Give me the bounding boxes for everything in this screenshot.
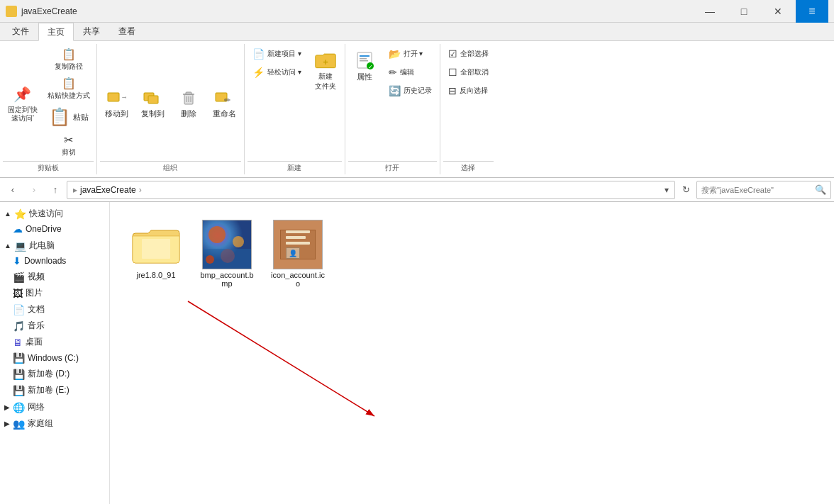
sidebar-item-network[interactable]: ▶ 🌐 网络 <box>0 398 109 415</box>
network-label: 网络 <box>28 401 45 413</box>
tab-file[interactable]: 文件 <box>3 23 38 40</box>
open-label: 打开 <box>348 161 437 173</box>
svg-rect-14 <box>360 55 369 57</box>
forward-button[interactable]: › <box>24 181 44 199</box>
paste-button[interactable]: 📋 粘贴 <box>44 103 94 130</box>
delete-label: 删除 <box>181 108 196 119</box>
sidebar-item-music[interactable]: 🎵 音乐 <box>0 318 109 334</box>
ribbon: 📌 固定到'快速访问' 📋 复制路径 📋 粘贴快捷方式 📋 粘贴 ✂ <box>0 41 834 178</box>
edit-button[interactable]: ✏ 编辑 <box>384 64 437 81</box>
up-button[interactable]: ↑ <box>45 181 65 199</box>
window-icon <box>6 6 17 17</box>
onedrive-button[interactable]: ≡ <box>796 0 828 23</box>
refresh-button[interactable]: ↻ <box>677 181 695 199</box>
deselectall-icon: ☐ <box>448 67 457 78</box>
drivec-label: Windows (C:) <box>28 353 79 363</box>
cut-label: 剪切 <box>62 147 76 157</box>
copyto-button[interactable]: 复制到 <box>136 82 169 123</box>
easyaccess-button[interactable]: ⚡ 轻松访问 ▾ <box>248 64 306 81</box>
thispc-icon: 💻 <box>14 240 26 252</box>
ico-line-1 <box>286 230 310 233</box>
path-segment: javaExeCreate <box>80 185 136 195</box>
svg-rect-16 <box>360 60 368 62</box>
minimize-button[interactable]: — <box>694 0 726 23</box>
svg-point-22 <box>233 236 244 247</box>
sidebar-item-drivee[interactable]: 💾 新加卷 (E:) <box>0 382 109 398</box>
thispc-expand: ▲ <box>4 242 11 250</box>
jre-label: jre1.8.0_91 <box>136 271 175 279</box>
clipboard-col: 📋 复制路径 📋 粘贴快捷方式 📋 粘贴 ✂ 剪切 <box>44 45 94 159</box>
ico-inner: 👤 <box>280 230 316 259</box>
address-dropdown[interactable]: ▾ <box>665 185 669 195</box>
ribbon-group-organize: → 移动到 复制到 删除 ✏ 重命名 <box>97 44 245 174</box>
sidebar-item-pictures[interactable]: 🖼 图片 <box>0 285 109 301</box>
quickaccess-icon: ⭐ <box>14 208 26 220</box>
onedrive-label: OneDrive <box>26 224 62 234</box>
content-area: jre1.8.0_91 <box>110 202 834 504</box>
sidebar-item-desktop[interactable]: 🖥 桌面 <box>0 334 109 350</box>
sidebar-item-thispc[interactable]: ▲ 💻 此电脑 <box>0 237 109 253</box>
paste-label: 粘贴 <box>73 112 89 123</box>
sidebar-item-documents[interactable]: 📄 文档 <box>0 301 109 318</box>
newfolder-icon: + <box>314 49 337 72</box>
ico-line-photo: 👤 <box>286 247 300 259</box>
deselectall-button[interactable]: ☐ 全部取消 <box>443 64 494 81</box>
file-item-jre[interactable]: jre1.8.0_91 <box>124 216 188 283</box>
tab-share[interactable]: 共享 <box>74 23 109 40</box>
sidebar-item-quickaccess[interactable]: ▲ ⭐ 快速访问 <box>0 205 109 221</box>
close-button[interactable]: ✕ <box>762 0 794 23</box>
sidebar-item-homegroup[interactable]: ▶ 👥 家庭组 <box>0 415 109 431</box>
path-separator: ▸ <box>73 185 77 195</box>
clipboard-label: 剪贴板 <box>3 161 94 173</box>
file-item-ico[interactable]: 👤 icon_account.ico <box>266 216 330 291</box>
ico-line-2 <box>286 236 306 239</box>
maximize-button[interactable]: □ <box>728 0 760 23</box>
pin-button[interactable]: 📌 固定到'快速访问' <box>3 79 43 126</box>
paste-shortcut-button[interactable]: 📋 粘贴快捷方式 <box>44 74 94 103</box>
tab-home[interactable]: 主页 <box>38 23 74 41</box>
copyto-icon <box>141 86 164 108</box>
sidebar-item-onedrive[interactable]: ☁ OneDrive <box>0 221 109 237</box>
move-button[interactable]: → 移动到 <box>100 82 133 123</box>
new-buttons: 📄 新建项目 ▾ ⚡ 轻松访问 ▾ + 新建文件夹 <box>248 45 342 159</box>
file-item-bmp[interactable]: bmp_account.bmp <box>195 216 259 291</box>
ico-lines: 👤 <box>286 230 310 259</box>
window-title: javaExeCreate <box>21 6 77 16</box>
cut-button[interactable]: ✂ 剪切 <box>44 131 94 159</box>
copy-button[interactable]: 📋 复制路径 <box>44 45 94 74</box>
search-input[interactable] <box>701 186 815 194</box>
history-icon: 🔄 <box>389 85 401 96</box>
history-button[interactable]: 🔄 历史记录 <box>384 82 437 99</box>
copyto-label: 复制到 <box>141 108 165 119</box>
newfolder-label: 新建文件夹 <box>315 72 336 91</box>
open-col: 📂 打开 ▾ ✏ 编辑 🔄 历史记录 <box>384 45 437 99</box>
pin-label: 固定到'快速访问' <box>8 106 38 123</box>
sidebar-item-downloads[interactable]: ⬇ Downloads <box>0 253 109 269</box>
paste-shortcut-label: 粘贴快捷方式 <box>48 91 90 101</box>
open-button[interactable]: 📂 打开 ▾ <box>384 45 437 62</box>
ico-label: icon_account.ico <box>269 271 326 288</box>
address-path[interactable]: ▸ javaExeCreate › ▾ <box>67 181 675 199</box>
newitem-button[interactable]: 📄 新建项目 ▾ <box>248 45 306 62</box>
search-box[interactable]: 🔍 <box>696 181 831 199</box>
sidebar: ▲ ⭐ 快速访问 ☁ OneDrive ▲ 💻 此电脑 ⬇ Downloads … <box>0 202 110 504</box>
thispc-label: 此电脑 <box>29 240 55 252</box>
homegroup-label: 家庭组 <box>28 418 53 430</box>
delete-button[interactable]: 删除 <box>172 82 205 123</box>
network-expand: ▶ <box>4 403 10 411</box>
back-button[interactable]: ‹ <box>3 181 23 199</box>
sidebar-item-drivec[interactable]: 💾 Windows (C:) <box>0 350 109 366</box>
properties-button[interactable]: ✓ 属性 <box>348 45 381 86</box>
sidebar-item-videos[interactable]: 🎬 视频 <box>0 269 109 285</box>
move-icon: → <box>105 86 128 108</box>
invertsel-button[interactable]: ⊟ 反向选择 <box>443 82 493 99</box>
rename-button[interactable]: ✏ 重命名 <box>208 82 241 123</box>
drivee-label: 新加卷 (E:) <box>28 384 70 396</box>
window-controls: — □ ✕ ≡ <box>694 0 828 23</box>
tab-view[interactable]: 查看 <box>109 23 145 40</box>
sidebar-item-drived[interactable]: 💾 新加卷 (D:) <box>0 366 109 382</box>
newfolder-button[interactable]: + 新建文件夹 <box>309 45 342 95</box>
selectall-button[interactable]: ☑ 全部选择 <box>443 45 494 62</box>
quickaccess-expand: ▲ <box>4 210 11 218</box>
svg-point-25 <box>206 255 214 264</box>
